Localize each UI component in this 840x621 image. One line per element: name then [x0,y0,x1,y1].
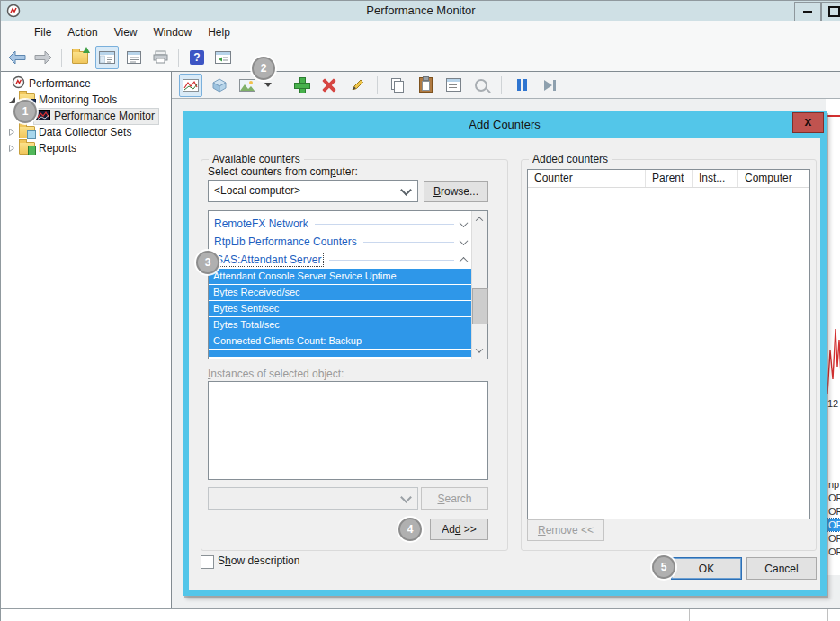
properties-button[interactable] [442,75,464,96]
console-tree-icon [99,51,115,64]
update-data-button[interactable] [539,75,560,96]
toolbar-separator [377,76,378,94]
callout-5: 5 [652,555,675,579]
console-tree: Performance Monitoring Tools Performance… [1,71,173,614]
menu-view[interactable]: View [106,22,146,43]
perfmon-chart-icon [36,110,50,123]
view-line-chart-button[interactable] [179,74,202,97]
tree-label: Performance Monitor [54,110,155,122]
dialog-body: Available counters Select counters from … [189,138,820,590]
folder-icon [72,51,88,64]
report-overlay-icon [28,146,36,155]
add-counters-button[interactable] [290,75,312,96]
computer-combobox[interactable]: <Local computer> [208,180,418,202]
menu-window[interactable]: Window [146,22,201,43]
scrollbar-thumb[interactable] [472,288,488,324]
arrow-up-icon [83,47,90,53]
chevron-down-icon[interactable] [264,83,272,87]
delete-counter-button[interactable] [318,75,340,96]
browse-button[interactable]: Browse... [424,181,488,202]
menu-action[interactable]: Action [59,22,105,43]
highlight-button[interactable] [346,75,368,96]
tree-label: Performance [29,77,91,90]
print-button[interactable] [149,47,171,68]
copy-properties-button[interactable] [387,75,408,96]
instances-listbox[interactable] [208,381,488,480]
export-list-button[interactable] [69,47,91,68]
expander-collapsed-icon[interactable] [6,144,17,153]
counter-group-sas-attendant-server[interactable]: SAS:Attendant Server [209,251,472,269]
tree-label: Reports [39,142,76,155]
added-counters-table[interactable]: Counter Parent Inst... Computer [527,169,810,519]
column-parent[interactable]: Parent [646,170,693,187]
toolbar-separator [281,76,281,94]
expander-expanded-icon[interactable] [6,97,17,103]
legend-fragment: OR [828,546,840,558]
magnifier-icon [475,79,487,92]
view-histogram-button[interactable] [209,75,230,96]
tree-item-performance[interactable]: Performance [1,75,172,92]
pencil-icon [351,78,364,92]
show-description-checkbox[interactable] [201,555,214,569]
chevron-down-icon[interactable] [460,218,469,227]
performance-monitor-window: Performance Monitor File Action View Win… [0,0,840,621]
counter-item-selected[interactable]: Connected Clients Count: Backup [209,333,472,349]
toolbar-separator [61,49,62,67]
counter-group-remotefx-network[interactable]: RemoteFX Network [209,215,472,233]
computer-combobox-value: <Local computer> [209,181,417,197]
column-counter[interactable]: Counter [528,170,646,187]
help-button[interactable]: ? [186,47,208,68]
properties-list-button[interactable] [123,47,145,68]
chevron-up-icon[interactable] [460,256,469,265]
add-button[interactable]: Add >> [430,519,488,540]
counter-item-selected[interactable]: Bytes Received/sec [209,285,472,300]
new-window-button[interactable] [212,47,234,68]
tree-item-data-collector-sets[interactable]: Data Collector Sets [1,124,172,140]
show-console-tree-button[interactable] [95,46,119,69]
back-button[interactable] [6,47,28,68]
expander-collapsed-icon[interactable] [6,128,17,137]
cube-icon [212,78,227,93]
forward-button[interactable] [32,47,54,68]
cancel-button[interactable]: Cancel [746,557,817,580]
pause-icon [517,79,527,91]
minimize-button[interactable] [794,2,821,22]
paste-counter-list-button[interactable] [415,75,436,96]
legend-column-divider [689,609,690,621]
column-computer[interactable]: Computer [738,170,809,187]
toolbar-separator [178,49,179,67]
counter-item-selected[interactable]: Bytes Sent/sec [209,301,472,316]
menu-help[interactable]: Help [200,22,238,43]
column-instance[interactable]: Inst... [693,170,738,187]
available-counters-list[interactable]: RemoteFX Network RtpLib Performance Coun… [208,210,488,359]
counter-group-rtplib[interactable]: RtpLib Performance Counters [209,233,472,251]
counter-item-selected[interactable]: Attendant Console Server Service Uptime [209,269,472,284]
tree-item-reports[interactable]: Reports [1,140,172,156]
view-report-button[interactable] [237,75,258,96]
counters-scrollbar[interactable] [471,211,487,359]
legend-column-divider [827,609,828,621]
chevron-down-icon [400,492,412,503]
menu-file[interactable]: File [26,22,59,43]
tree-label: Monitoring Tools [39,93,117,106]
counter-rows: RemoteFX Network RtpLib Performance Coun… [209,211,472,359]
chart-time-label: 12 [827,398,838,409]
paste-icon [419,77,433,93]
chevron-up-icon [476,217,483,224]
zoom-button[interactable] [470,75,492,96]
instance-filter-combobox [208,487,418,510]
window-titlebar: Performance Monitor [1,1,840,21]
dialog-title: Add Counters [183,111,827,138]
cube-overlay-icon [27,130,36,139]
maximize-icon [828,6,840,17]
dialog-close-button[interactable]: x [792,112,824,133]
ok-button[interactable]: OK [671,557,742,580]
freeze-display-button[interactable] [511,75,532,96]
tree-selection: Performance Monitor [33,108,159,125]
maximize-button[interactable] [821,2,840,22]
chevron-down-icon[interactable] [460,236,469,245]
scroll-down-button[interactable] [472,343,487,358]
counter-item-selected[interactable]: Bytes Total/sec [209,317,472,333]
new-window-icon [215,51,231,64]
scroll-up-button[interactable] [472,212,487,226]
